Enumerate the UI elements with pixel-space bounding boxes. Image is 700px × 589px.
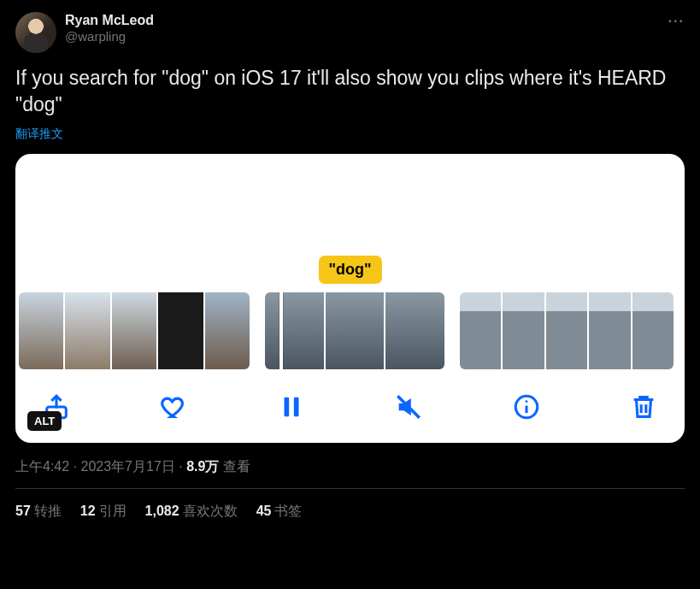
meta-date[interactable]: 2023年7月17日 xyxy=(80,459,174,474)
clip-frame xyxy=(19,292,63,369)
clip-frame xyxy=(265,292,324,369)
display-name: Ryan McLeod xyxy=(65,12,154,29)
stat-retweets[interactable]: 57转推 xyxy=(15,503,62,521)
svg-rect-1 xyxy=(284,398,289,417)
stat-bookmarks[interactable]: 45书签 xyxy=(256,503,303,521)
user-names[interactable]: Ryan McLeod @warpling xyxy=(65,12,154,45)
alt-badge[interactable]: ALT xyxy=(27,411,62,431)
clip-strip-3[interactable] xyxy=(460,292,674,369)
svg-rect-2 xyxy=(294,398,299,417)
more-button[interactable]: ··· xyxy=(668,14,685,29)
media-toolbar xyxy=(15,374,685,443)
video-timeline-row xyxy=(15,292,685,374)
tweet-text: If you search for "dog" on iOS 17 it'll … xyxy=(15,65,685,118)
clip-frame xyxy=(460,292,501,369)
clip-frame xyxy=(205,292,250,369)
clip-strip-1[interactable] xyxy=(19,292,250,369)
clip-frame xyxy=(326,292,385,369)
clip-frame xyxy=(546,292,587,369)
views-count: 8.9万 xyxy=(186,459,219,474)
clip-frame xyxy=(65,292,109,369)
trash-icon[interactable] xyxy=(626,390,661,424)
stat-likes[interactable]: 1,082喜欢次数 xyxy=(145,503,238,521)
media-preview-area: "dog" xyxy=(15,154,685,292)
clip-frame xyxy=(112,292,156,369)
svg-point-6 xyxy=(525,400,527,403)
stat-quotes[interactable]: 12引用 xyxy=(80,503,126,521)
clip-frame xyxy=(503,292,544,369)
playhead[interactable] xyxy=(279,292,283,369)
tweet-header: Ryan McLeod @warpling ··· xyxy=(15,12,685,53)
meta-time[interactable]: 上午4:42 xyxy=(15,459,69,474)
views-label: 查看 xyxy=(223,459,250,474)
clip-frame xyxy=(385,292,444,369)
clip-strip-2[interactable] xyxy=(265,292,444,369)
search-term-badge: "dog" xyxy=(318,256,381,284)
pause-icon[interactable] xyxy=(274,390,309,424)
heart-icon[interactable] xyxy=(156,390,191,424)
clip-frame xyxy=(589,292,630,369)
avatar[interactable] xyxy=(15,12,56,53)
mute-icon[interactable] xyxy=(391,390,426,424)
media-card[interactable]: "dog" xyxy=(15,154,685,443)
tweet-meta: 上午4:42 · 2023年7月17日 · 8.9万 查看 xyxy=(15,458,685,476)
tweet-stats: 57转推 12引用 1,082喜欢次数 45书签 xyxy=(15,503,685,521)
clip-frame xyxy=(158,292,203,369)
divider xyxy=(15,488,685,489)
translate-link[interactable]: 翻译推文 xyxy=(15,127,63,142)
user-handle: @warpling xyxy=(65,29,154,45)
info-icon[interactable] xyxy=(509,390,544,424)
tweet-container: Ryan McLeod @warpling ··· If you search … xyxy=(15,12,685,521)
clip-frame xyxy=(632,292,674,369)
